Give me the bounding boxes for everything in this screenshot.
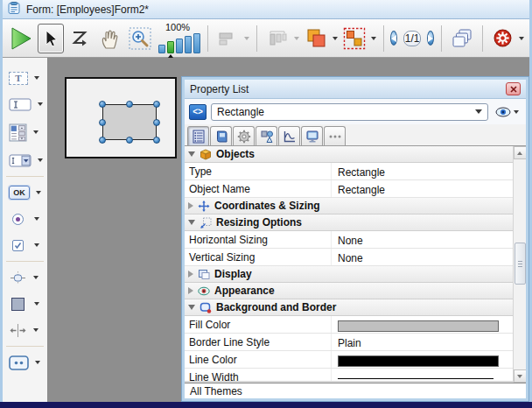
zoom-bars[interactable] xyxy=(158,32,200,53)
slider-tool[interactable] xyxy=(3,264,47,291)
splitter-tool[interactable] xyxy=(3,317,47,343)
window-titlebar[interactable]: Form: [Employees]Form2* xyxy=(0,0,532,19)
checkbox-tool-dropdown-arrow[interactable] xyxy=(34,243,39,247)
zoom-bar-400[interactable] xyxy=(185,36,192,53)
line-color-swatch[interactable] xyxy=(338,355,499,367)
property-name: Line Width xyxy=(185,369,332,383)
selection-handle-n[interactable] xyxy=(126,101,133,108)
execute-form-button[interactable] xyxy=(8,24,34,53)
selection-handle-w[interactable] xyxy=(99,119,106,126)
tab-monitor[interactable] xyxy=(301,126,323,145)
scroll-up-button[interactable] xyxy=(514,146,527,159)
collapse-triangle-icon[interactable] xyxy=(188,220,195,225)
distribute-dropdown-arrow xyxy=(294,37,299,40)
selection-handle-se[interactable] xyxy=(153,137,160,144)
expand-triangle-icon[interactable] xyxy=(188,202,193,209)
tab-book[interactable] xyxy=(210,126,232,145)
group-button[interactable] xyxy=(341,24,368,53)
property-value[interactable]: None xyxy=(332,249,513,265)
rectangle-tool-dropdown-arrow[interactable] xyxy=(34,302,39,306)
form-page-area[interactable] xyxy=(65,77,177,158)
splitter-tool-dropdown-arrow[interactable] xyxy=(33,328,38,332)
expand-triangle-icon[interactable] xyxy=(188,287,193,294)
combobox-tool-dropdown-arrow[interactable] xyxy=(38,158,43,162)
manage-pages-button[interactable] xyxy=(449,24,475,53)
property-list-body: Objects Type Rectangle Object Name Recta… xyxy=(185,146,526,383)
group-dropdown-arrow[interactable] xyxy=(371,37,376,40)
collapse-triangle-icon[interactable] xyxy=(188,151,195,157)
property-list-title: Property List xyxy=(190,83,506,95)
shapes-icon xyxy=(260,130,274,144)
rectangle-object-selected[interactable] xyxy=(102,104,157,140)
text-tool-dropdown-arrow[interactable] xyxy=(34,76,39,80)
section-objects[interactable]: Objects xyxy=(185,146,513,163)
tab-shapes[interactable] xyxy=(256,126,277,145)
selection-handle-ne[interactable] xyxy=(153,101,160,108)
themes-footer[interactable]: All Themes xyxy=(185,383,526,398)
button-tool-dropdown-arrow[interactable] xyxy=(36,191,41,194)
fill-color-swatch[interactable] xyxy=(338,320,499,332)
selection-handle-s[interactable] xyxy=(126,137,133,144)
property-value[interactable]: Plain xyxy=(332,334,513,350)
combobox-tool[interactable] xyxy=(3,147,47,173)
property-list-titlebar[interactable]: Property List xyxy=(185,80,526,99)
previous-page-button[interactable] xyxy=(390,31,397,46)
line-width-sample[interactable] xyxy=(338,378,494,379)
plugin-area-tool[interactable] xyxy=(3,349,47,376)
property-value[interactable] xyxy=(332,369,513,383)
section-background-border[interactable]: Background and Border xyxy=(185,299,513,316)
section-display[interactable]: Display xyxy=(185,266,513,283)
listbox-tool[interactable] xyxy=(3,117,47,147)
rectangle-tool[interactable] xyxy=(3,291,47,317)
tab-list[interactable] xyxy=(187,126,209,145)
selection-handle-e[interactable] xyxy=(153,119,160,126)
settings-button[interactable] xyxy=(489,24,515,53)
checkbox-tool[interactable] xyxy=(3,232,47,258)
radio-tool-dropdown-arrow[interactable] xyxy=(34,217,39,221)
move-level-dropdown-arrow[interactable] xyxy=(332,37,338,40)
zoom-tool-button[interactable] xyxy=(127,24,153,53)
zoom-bar-100-selected[interactable] xyxy=(167,41,174,53)
zoom-bar-200[interactable] xyxy=(176,39,183,53)
plugin-tool-dropdown-arrow[interactable] xyxy=(35,361,40,364)
listbox-tool-dropdown-arrow[interactable] xyxy=(33,130,38,134)
monitor-icon xyxy=(305,130,319,144)
zoom-bar-800[interactable] xyxy=(193,33,200,53)
settings-dropdown-arrow[interactable] xyxy=(519,37,524,40)
entry-order-tool-button[interactable] xyxy=(67,24,94,53)
tab-chart[interactable] xyxy=(278,126,300,145)
tab-gear[interactable] xyxy=(233,126,255,145)
move-level-button[interactable] xyxy=(303,24,329,53)
scrollbar[interactable] xyxy=(513,146,526,383)
property-value[interactable] xyxy=(332,316,513,333)
property-value[interactable]: None xyxy=(332,231,513,248)
section-appearance[interactable]: Appearance xyxy=(185,283,513,299)
slider-tool-dropdown-arrow[interactable] xyxy=(33,276,38,279)
property-value[interactable]: Rectangle xyxy=(332,163,513,179)
tab-more[interactable] xyxy=(324,126,346,145)
expand-triangle-icon[interactable] xyxy=(188,271,193,278)
text-tool[interactable]: T xyxy=(3,65,47,91)
section-resizing-options[interactable]: Resizing Options xyxy=(185,215,513,231)
input-tool[interactable] xyxy=(3,91,47,117)
selection-handle-nw[interactable] xyxy=(99,101,106,108)
zoom-bar-50[interactable] xyxy=(158,45,165,53)
next-page-button[interactable] xyxy=(427,31,434,46)
button-tool[interactable]: OK xyxy=(3,179,47,206)
zoom-level-control[interactable]: 100% xyxy=(158,23,200,53)
property-value[interactable]: Rectangle xyxy=(332,180,513,197)
hand-tool-button[interactable] xyxy=(97,24,123,53)
pointer-tool-button[interactable] xyxy=(38,24,64,53)
section-coordinates-sizing[interactable]: Coordinates & Sizing xyxy=(185,198,513,215)
visible-properties-button[interactable] xyxy=(493,107,522,117)
window-title: Form: [Employees]Form2* xyxy=(26,4,149,16)
scrollbar-thumb[interactable] xyxy=(514,243,526,285)
property-value[interactable] xyxy=(332,351,513,368)
input-tool-dropdown-arrow[interactable] xyxy=(38,102,43,106)
selection-handle-sw[interactable] xyxy=(99,137,106,144)
object-selector-dropdown[interactable]: Rectangle xyxy=(211,103,488,121)
close-button[interactable] xyxy=(506,82,521,95)
radio-button-tool[interactable] xyxy=(3,206,47,232)
collapse-triangle-icon[interactable] xyxy=(188,305,195,310)
scroll-down-button[interactable] xyxy=(514,369,527,383)
